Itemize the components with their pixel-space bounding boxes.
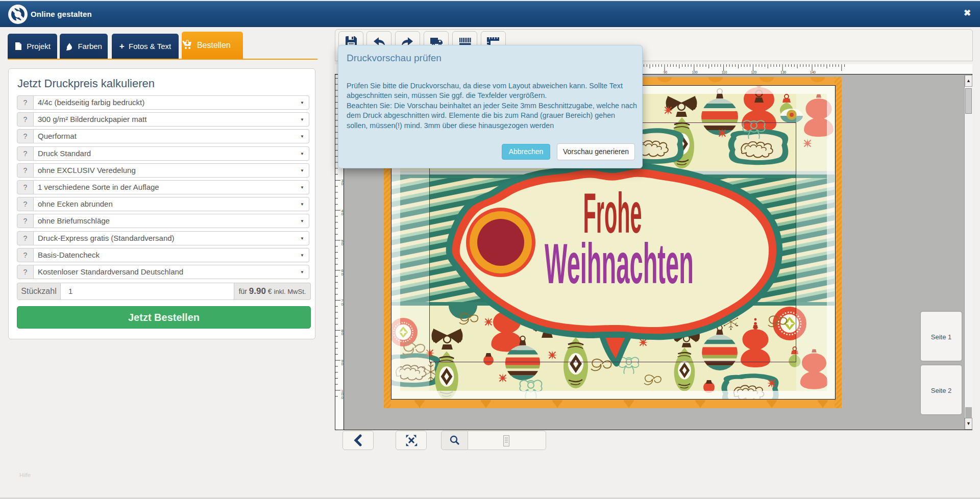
- svg-text:140: 140: [810, 70, 816, 74]
- svg-text:Weihnachten: Weihnachten: [545, 231, 694, 295]
- svg-text:130: 130: [780, 70, 786, 74]
- svg-text:100: 100: [692, 70, 698, 74]
- svg-text:110: 110: [722, 70, 727, 74]
- svg-text:0: 0: [341, 182, 344, 186]
- svg-text:0: 0: [341, 332, 344, 336]
- svg-text:0: 0: [341, 362, 344, 366]
- svg-text:0: 0: [341, 396, 344, 400]
- svg-text:90: 90: [664, 70, 668, 74]
- svg-text:0: 0: [341, 242, 344, 246]
- svg-text:0: 0: [341, 303, 344, 306]
- svg-text:0: 0: [341, 272, 344, 276]
- svg-text:120: 120: [751, 70, 756, 74]
- svg-text:0: 0: [341, 212, 344, 216]
